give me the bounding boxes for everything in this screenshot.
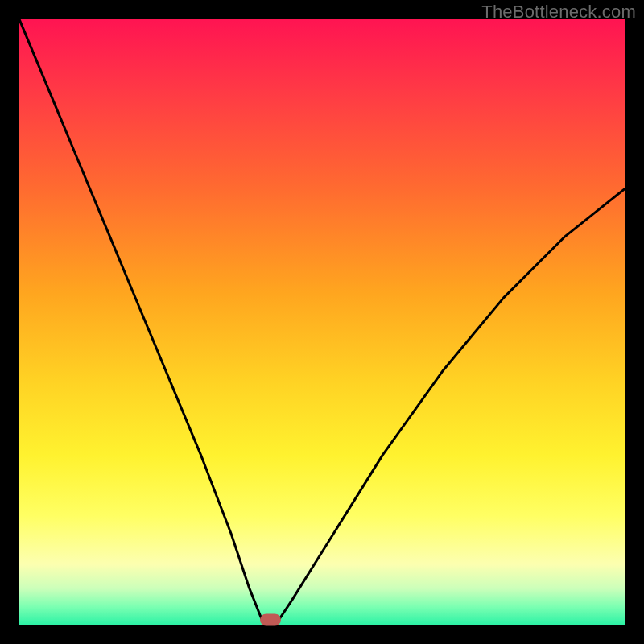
chart-frame: TheBottleneck.com — [0, 0, 644, 644]
bottleneck-curve — [19, 19, 625, 625]
chart-plot-area — [19, 19, 625, 625]
optimal-point-marker — [260, 614, 281, 626]
watermark-text: TheBottleneck.com — [481, 2, 636, 23]
